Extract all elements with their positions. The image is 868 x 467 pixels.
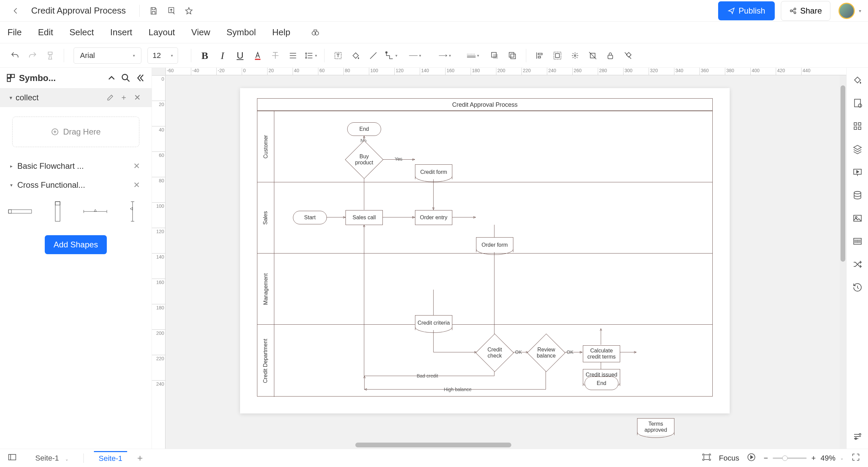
account-caret-icon[interactable]: ▾ xyxy=(859,8,861,14)
layers-icon[interactable] xyxy=(505,48,520,63)
node-salescall[interactable]: Sales call xyxy=(346,210,383,225)
lock-icon[interactable] xyxy=(603,48,618,63)
data-icon[interactable] xyxy=(851,189,864,201)
close-icon[interactable]: ✕ xyxy=(133,161,141,171)
apps-icon[interactable] xyxy=(851,120,864,132)
image-icon[interactable] xyxy=(851,212,864,224)
edit-icon[interactable] xyxy=(105,93,115,102)
save-icon[interactable] xyxy=(147,5,160,17)
lane-management[interactable]: Management xyxy=(257,253,712,324)
undo-icon[interactable] xyxy=(7,48,22,63)
node-termsappr[interactable]: Terms approved xyxy=(637,418,674,435)
settings-icon[interactable] xyxy=(851,430,864,443)
text-box-icon[interactable] xyxy=(331,48,346,63)
category-cross-functional[interactable]: ▾ Cross Functional... ✕ xyxy=(0,176,152,195)
present-icon[interactable] xyxy=(851,166,864,178)
page-tab-active[interactable]: Seite-1 xyxy=(94,451,127,465)
zoom-slider[interactable] xyxy=(773,458,807,459)
menu-layout[interactable]: Layout xyxy=(149,27,175,38)
shuffle-icon[interactable] xyxy=(851,258,864,270)
line-color-icon[interactable] xyxy=(366,48,381,63)
font-select[interactable]: Arial▾ xyxy=(74,47,141,64)
document-title[interactable]: Credit Approval Process xyxy=(31,5,126,16)
line-style-icon[interactable]: ▾ xyxy=(401,48,428,63)
shape-swimlane-h[interactable] xyxy=(8,201,32,222)
search-icon[interactable] xyxy=(120,73,131,83)
barcode-icon[interactable] xyxy=(851,235,864,247)
page[interactable]: Credit Approval Process Customer Sales M… xyxy=(240,88,730,413)
node-calcterms[interactable]: Calculate credit terms xyxy=(583,345,620,362)
page-setup-icon[interactable] xyxy=(851,97,864,109)
tools-icon[interactable] xyxy=(620,48,635,63)
outline-icon[interactable] xyxy=(7,452,17,464)
node-orderentry[interactable]: Order entry xyxy=(415,210,452,225)
layers-panel-icon[interactable] xyxy=(851,143,864,155)
distribute-icon[interactable] xyxy=(568,48,583,63)
group-icon[interactable] xyxy=(550,48,565,63)
collapse-up-icon[interactable] xyxy=(106,73,117,83)
shadow-icon[interactable] xyxy=(487,48,502,63)
collect-group[interactable]: ▾ collect + ✕ xyxy=(0,88,152,107)
zoom-control[interactable]: − + 49% ⌄ xyxy=(764,454,844,463)
crop-icon[interactable] xyxy=(585,48,600,63)
node-creditform[interactable]: Credit form xyxy=(415,164,452,179)
zoom-in-icon[interactable]: + xyxy=(811,454,816,463)
zoom-value[interactable]: 49% xyxy=(821,454,835,463)
close-icon[interactable]: ✕ xyxy=(133,93,142,102)
italic-icon[interactable]: I xyxy=(215,48,230,63)
add-page-icon[interactable]: + xyxy=(137,453,143,464)
node-orderform[interactable]: Order form xyxy=(476,237,513,252)
underline-icon[interactable]: U xyxy=(233,48,248,63)
menu-symbol[interactable]: Symbol xyxy=(226,27,256,38)
history-icon[interactable] xyxy=(851,281,864,293)
format-painter-icon[interactable] xyxy=(43,48,58,63)
binoculars-icon[interactable] xyxy=(309,26,321,39)
fit-screen-icon[interactable] xyxy=(702,452,711,464)
canvas[interactable]: -60-40-200204060801001201401601802002202… xyxy=(152,68,846,449)
collapse-panel-icon[interactable] xyxy=(135,73,145,83)
menu-file[interactable]: File xyxy=(7,27,22,38)
shape-swimlane-v[interactable] xyxy=(47,201,68,222)
add-icon[interactable]: + xyxy=(119,93,129,102)
export-icon[interactable] xyxy=(165,5,177,17)
menu-select[interactable]: Select xyxy=(70,27,94,38)
menu-help[interactable]: Help xyxy=(272,27,290,38)
arrow-style-icon[interactable]: ▾ xyxy=(431,48,458,63)
menu-insert[interactable]: Insert xyxy=(110,27,132,38)
zoom-out-icon[interactable]: − xyxy=(764,454,768,463)
menu-view[interactable]: View xyxy=(191,27,210,38)
star-icon[interactable] xyxy=(183,5,195,17)
fullscreen-icon[interactable] xyxy=(851,452,861,464)
share-button[interactable]: Share xyxy=(781,1,830,21)
fill-color-icon[interactable] xyxy=(348,48,363,63)
horizontal-scrollbar[interactable] xyxy=(355,443,511,447)
vertical-scrollbar-track[interactable] xyxy=(840,75,846,449)
shape-separator-h[interactable] xyxy=(83,201,107,222)
strikethrough-icon[interactable] xyxy=(268,48,283,63)
vertical-scrollbar-thumb[interactable] xyxy=(841,85,845,262)
line-spacing-icon[interactable]: ▾ xyxy=(303,48,318,63)
format-fill-icon[interactable] xyxy=(851,74,864,86)
node-start[interactable]: Start xyxy=(293,211,327,224)
align-icon[interactable] xyxy=(532,48,547,63)
publish-button[interactable]: Publish xyxy=(718,1,775,20)
node-end1[interactable]: End xyxy=(347,122,381,136)
category-basic-flowchart[interactable]: ▸ Basic Flowchart ... ✕ xyxy=(0,157,152,176)
close-icon[interactable]: ✕ xyxy=(133,180,141,190)
font-size-select[interactable]: 12▾ xyxy=(147,47,178,64)
redo-icon[interactable] xyxy=(25,48,40,63)
lane-customer[interactable]: Customer xyxy=(257,111,712,182)
node-end2[interactable]: End xyxy=(585,377,618,390)
shape-separator-v[interactable] xyxy=(122,201,144,222)
line-weight-icon[interactable]: ▾ xyxy=(461,48,485,63)
menu-edit[interactable]: Edit xyxy=(38,27,53,38)
page-selector[interactable]: Seite-1 ⌄ xyxy=(31,452,73,465)
bold-icon[interactable]: B xyxy=(197,48,212,63)
connector-style-icon[interactable]: ▾ xyxy=(383,48,398,63)
add-shapes-button[interactable]: Add Shapes xyxy=(45,235,107,254)
swimlane-container[interactable]: Credit Approval Process Customer Sales M… xyxy=(257,98,713,397)
back-icon[interactable] xyxy=(9,5,22,17)
avatar[interactable] xyxy=(839,3,855,19)
play-icon[interactable] xyxy=(747,452,756,464)
node-creditcriteria[interactable]: Credit criteria xyxy=(415,315,452,330)
